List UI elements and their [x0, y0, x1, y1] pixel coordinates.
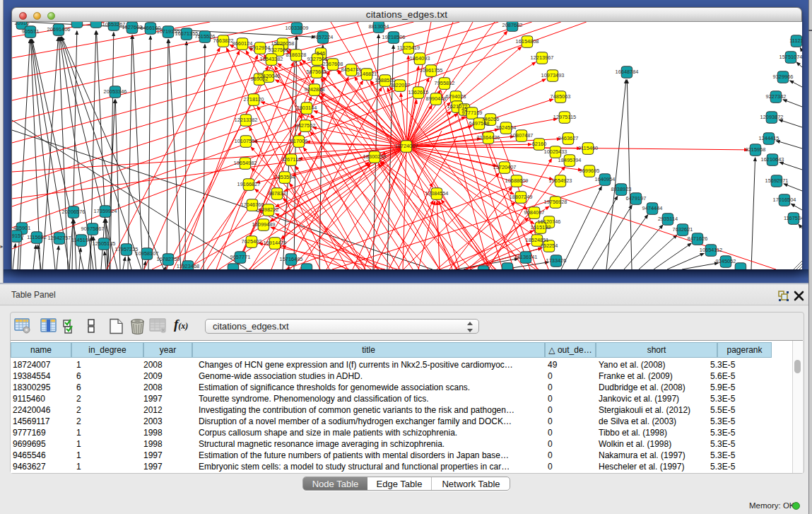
svg-text:9084067: 9084067 — [524, 209, 545, 216]
svg-text:9329966: 9329966 — [773, 74, 794, 80]
svg-text:6479197: 6479197 — [626, 195, 647, 201]
svg-text:18807249: 18807249 — [510, 194, 533, 200]
svg-text:905571: 905571 — [22, 28, 40, 35]
svg-text:39159: 39159 — [12, 233, 23, 239]
svg-text:12213382: 12213382 — [235, 117, 258, 123]
svg-text:11325419: 11325419 — [397, 45, 420, 51]
svg-text:15226058: 15226058 — [271, 40, 295, 47]
svg-text:18495794: 18495794 — [558, 157, 582, 163]
svg-text:8813054: 8813054 — [369, 23, 389, 30]
svg-text:7485063: 7485063 — [551, 93, 571, 100]
svg-text:21364436: 21364436 — [477, 134, 500, 141]
svg-text:1145194: 1145194 — [71, 237, 91, 243]
svg-text:2718120: 2718120 — [244, 96, 264, 103]
svg-text:10961755: 10961755 — [420, 67, 443, 74]
svg-text:14136141: 14136141 — [514, 254, 538, 260]
svg-text:252254: 252254 — [541, 243, 558, 249]
svg-text:6794028: 6794028 — [446, 93, 466, 100]
svg-text:9245052: 9245052 — [716, 258, 736, 264]
svg-text:20910: 20910 — [15, 22, 30, 26]
svg-text:20206576: 20206576 — [62, 209, 86, 215]
svg-text:8471626: 8471626 — [688, 235, 708, 242]
svg-text:16210643: 16210643 — [761, 156, 784, 163]
svg-text:10107554: 10107554 — [235, 138, 258, 144]
svg-text:1527602: 1527602 — [122, 24, 143, 30]
svg-text:20053346: 20053346 — [104, 88, 127, 95]
svg-text:9242848: 9242848 — [305, 86, 325, 93]
svg-text:1353594: 1353594 — [275, 174, 295, 180]
svg-text:8912954: 8912954 — [250, 45, 271, 51]
svg-text:90975867: 90975867 — [81, 226, 105, 232]
svg-text:16782759: 16782759 — [157, 256, 180, 262]
svg-text:9474444: 9474444 — [642, 205, 663, 211]
svg-text:1733426: 1733426 — [546, 257, 567, 264]
svg-text:9699695: 9699695 — [579, 168, 600, 174]
svg-text:22420046: 22420046 — [257, 73, 281, 79]
svg-text:9777169: 9777169 — [462, 110, 483, 116]
svg-text:5875685: 5875685 — [307, 69, 327, 75]
svg-text:19166827: 19166827 — [237, 181, 261, 187]
svg-text:16543382: 16543382 — [260, 56, 283, 62]
svg-text:18724007: 18724007 — [395, 143, 418, 149]
svg-text:19384554: 19384554 — [425, 190, 449, 197]
svg-text:11121: 11121 — [789, 37, 802, 44]
svg-text:3267110: 3267110 — [281, 156, 301, 163]
svg-text:7632621: 7632621 — [673, 226, 693, 233]
svg-text:1640954: 1640954 — [595, 176, 616, 182]
svg-text:1362615: 1362615 — [408, 89, 429, 95]
svg-text:15720407: 15720407 — [493, 164, 517, 170]
svg-text:10958107: 10958107 — [136, 250, 159, 257]
svg-text:435901: 435901 — [13, 225, 31, 231]
svg-text:17957225: 17957225 — [115, 246, 139, 252]
svg-text:1115682: 1115682 — [27, 234, 47, 240]
svg-text:12975115: 12975115 — [553, 114, 576, 120]
svg-text:7955812: 7955812 — [435, 80, 455, 86]
svg-text:1615132: 1615132 — [531, 224, 551, 230]
svg-text:7515526: 7515526 — [195, 33, 216, 40]
svg-text:12093872: 12093872 — [760, 114, 784, 120]
svg-text:16099489: 16099489 — [252, 221, 276, 228]
svg-text:8186328: 8186328 — [286, 52, 307, 58]
svg-text:1864093: 1864093 — [410, 55, 430, 62]
svg-text:8427552: 8427552 — [295, 122, 316, 129]
svg-text:10688609: 10688609 — [505, 177, 529, 184]
svg-text:2367608: 2367608 — [323, 61, 343, 67]
svg-text:746266: 746266 — [482, 116, 500, 122]
svg-text:4498222: 4498222 — [259, 206, 279, 213]
svg-text:16914479: 16914479 — [264, 240, 287, 246]
svg-text:19218506: 19218506 — [382, 34, 406, 40]
svg-text:12213967: 12213967 — [531, 54, 554, 61]
svg-text:12505135: 12505135 — [93, 240, 116, 247]
svg-text:17359924: 17359924 — [94, 208, 117, 214]
svg-text:10973493: 10973493 — [541, 72, 565, 78]
svg-text:62160: 62160 — [532, 141, 547, 147]
svg-text:7663822: 7663822 — [213, 37, 234, 44]
svg-text:9657771: 9657771 — [230, 254, 251, 260]
svg-text:12942757: 12942757 — [48, 235, 71, 241]
svg-text:15751074: 15751074 — [779, 54, 802, 60]
svg-text:11923468: 11923468 — [177, 263, 199, 269]
svg-text:917006: 917006 — [290, 138, 308, 144]
svg-text:19756928: 19756928 — [544, 199, 567, 205]
svg-text:7625402: 7625402 — [242, 238, 262, 245]
svg-text:17016504: 17016504 — [773, 197, 796, 203]
svg-text:10807487: 10807487 — [510, 132, 534, 139]
svg-text:2935114: 2935114 — [658, 216, 678, 222]
svg-text:16154808: 16154808 — [516, 38, 539, 45]
svg-text:10654112: 10654112 — [700, 247, 722, 253]
svg-text:16648784: 16648784 — [616, 69, 639, 75]
svg-text:9227342: 9227342 — [766, 93, 787, 100]
svg-text:19654923: 19654923 — [549, 177, 572, 184]
svg-text:2803144: 2803144 — [297, 105, 317, 111]
svg-text:8990448: 8990448 — [426, 95, 447, 102]
svg-text:10025433: 10025433 — [544, 148, 567, 155]
svg-text:1167534: 1167534 — [784, 215, 802, 221]
svg-text:10033809: 10033809 — [286, 25, 309, 31]
svg-text:887833: 887833 — [269, 190, 286, 197]
svg-text:8938923: 8938923 — [611, 186, 632, 192]
svg-text:9146821: 9146821 — [357, 71, 377, 77]
svg-text:3822037: 3822037 — [390, 82, 411, 88]
svg-text:15692971: 15692971 — [765, 177, 789, 184]
svg-text:19654982: 19654982 — [234, 160, 257, 166]
svg-text:1244415: 1244415 — [759, 135, 779, 141]
